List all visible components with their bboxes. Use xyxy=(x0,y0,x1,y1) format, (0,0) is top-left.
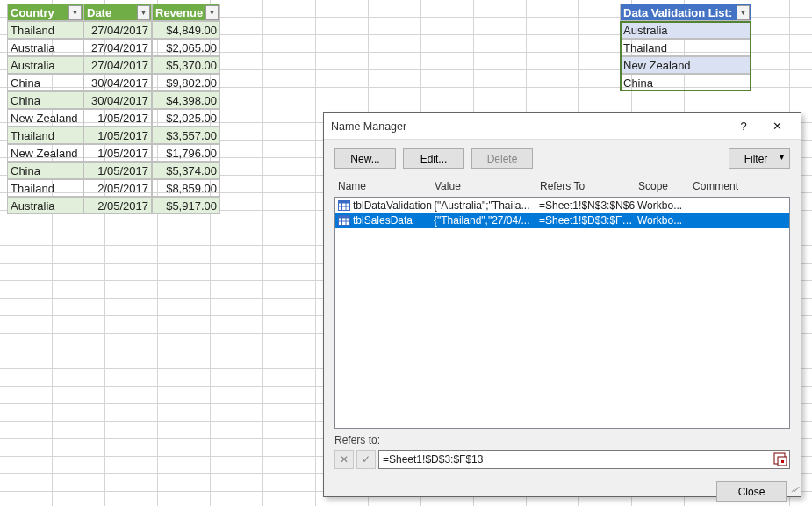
close-icon[interactable]: ✕ xyxy=(760,114,794,139)
table-cell[interactable]: China xyxy=(7,162,83,179)
table-cell[interactable]: $5,374.00 xyxy=(152,162,220,179)
table-cell[interactable]: China xyxy=(620,74,751,91)
table-cell[interactable]: Thailand xyxy=(7,179,83,197)
dialog-titlebar[interactable]: Name Manager ? ✕ xyxy=(324,113,801,140)
range-picker-icon[interactable] xyxy=(772,452,788,467)
sales-table[interactable]: Country▼ Date▼ Revenue▼ Thailand27/04/20… xyxy=(7,4,220,214)
table-cell[interactable]: $4,398.00 xyxy=(152,91,220,109)
table-cell[interactable]: $5,917.00 xyxy=(152,197,220,214)
table-cell[interactable]: Australia xyxy=(7,56,83,74)
dialog-toolbar: New... Edit... Delete Filter xyxy=(324,140,801,176)
table-cell[interactable]: 27/04/2017 xyxy=(83,39,152,56)
col-header-label: Data Validation List: xyxy=(623,6,732,19)
filter-drop-icon[interactable]: ▼ xyxy=(205,5,219,20)
name-list-row[interactable]: tblDataValidation{"Australia";"Thaila...… xyxy=(335,198,789,213)
table-icon xyxy=(337,214,351,227)
svg-rect-12 xyxy=(781,460,784,463)
validation-table[interactable]: Data Validation List:▼ AustraliaThailand… xyxy=(620,4,751,91)
table-cell[interactable]: Australia xyxy=(620,21,751,39)
table-cell[interactable]: 2/05/2017 xyxy=(83,179,152,197)
refers-to-value: =Sheet1!$D$3:$F$13 xyxy=(383,453,483,466)
col-header-country[interactable]: Country▼ xyxy=(7,4,83,21)
refers-to-input[interactable]: =Sheet1!$D$3:$F$13 xyxy=(378,450,790,469)
refers-accept-button: ✓ xyxy=(356,450,376,469)
table-cell[interactable]: 30/04/2017 xyxy=(83,91,152,109)
name-cell: tblSalesData xyxy=(353,214,434,227)
col-header-validation[interactable]: Data Validation List:▼ xyxy=(620,4,751,21)
table-cell[interactable]: Thailand xyxy=(7,21,83,39)
filter-button[interactable]: Filter xyxy=(729,148,790,169)
col-header-label: Revenue xyxy=(155,6,203,19)
filter-drop-icon[interactable]: ▼ xyxy=(737,5,750,20)
table-cell[interactable]: $8,859.00 xyxy=(152,179,220,197)
filter-drop-icon[interactable]: ▼ xyxy=(68,5,82,20)
table-cell[interactable]: Australia xyxy=(7,197,83,214)
table-cell[interactable]: 30/04/2017 xyxy=(83,74,152,91)
edit-button[interactable]: Edit... xyxy=(403,148,464,169)
col-header-revenue[interactable]: Revenue▼ xyxy=(152,4,220,21)
table-cell[interactable]: $2,025.00 xyxy=(152,109,220,126)
filter-drop-icon[interactable]: ▼ xyxy=(137,5,150,20)
table-cell[interactable]: 27/04/2017 xyxy=(83,56,152,74)
list-col-comment[interactable]: Comment xyxy=(689,177,790,195)
table-cell[interactable]: $4,849.00 xyxy=(152,21,220,39)
table-cell[interactable]: New Zealand xyxy=(7,109,83,126)
name-list-row[interactable]: tblSalesData{"Thailand","27/04/...=Sheet… xyxy=(335,213,789,228)
list-col-value[interactable]: Value xyxy=(431,177,536,195)
table-icon xyxy=(337,199,351,212)
col-header-label: Country xyxy=(11,6,54,19)
table-cell[interactable]: $9,802.00 xyxy=(152,74,220,91)
value-cell: {"Thailand","27/04/... xyxy=(434,214,539,227)
refers-cancel-button: ✕ xyxy=(334,450,354,469)
table-cell[interactable]: Thailand xyxy=(7,126,83,144)
resize-grip-icon[interactable] xyxy=(788,484,799,495)
table-cell[interactable]: $2,065.00 xyxy=(152,39,220,56)
table-cell[interactable]: Thailand xyxy=(620,39,751,56)
table-cell[interactable]: 1/05/2017 xyxy=(83,109,152,126)
table-cell[interactable]: New Zealand xyxy=(7,144,83,162)
table-cell[interactable]: 2/05/2017 xyxy=(83,197,152,214)
svg-rect-6 xyxy=(339,215,350,218)
table-cell[interactable]: $3,557.00 xyxy=(152,126,220,144)
scope-cell: Workbo... xyxy=(637,214,692,227)
refers-cell: =Sheet1!$N$3:$N$6 xyxy=(539,199,637,212)
table-cell[interactable]: China xyxy=(7,74,83,91)
new-button[interactable]: New... xyxy=(334,148,396,169)
value-cell: {"Australia";"Thaila... xyxy=(434,199,539,212)
list-col-scope[interactable]: Scope xyxy=(635,177,689,195)
refers-cell: =Sheet1!$D$3:$F$13 xyxy=(539,214,637,227)
table-cell[interactable]: 1/05/2017 xyxy=(83,162,152,179)
names-list[interactable]: tblDataValidation{"Australia";"Thaila...… xyxy=(334,197,790,429)
list-col-refers[interactable]: Refers To xyxy=(536,177,635,195)
scope-cell: Workbo... xyxy=(637,199,692,212)
table-cell[interactable]: 27/04/2017 xyxy=(83,21,152,39)
dialog-title: Name Manager xyxy=(331,120,727,133)
table-cell[interactable]: Australia xyxy=(7,39,83,56)
close-button[interactable]: Close xyxy=(716,481,787,502)
name-cell: tblDataValidation xyxy=(353,199,434,212)
table-cell[interactable]: China xyxy=(7,91,83,109)
list-header[interactable]: Name Value Refers To Scope Comment xyxy=(324,176,801,197)
refers-to-label: Refers to: xyxy=(324,429,801,448)
help-button[interactable]: ? xyxy=(727,114,760,139)
table-cell[interactable]: 1/05/2017 xyxy=(83,144,152,162)
name-manager-dialog: Name Manager ? ✕ New... Edit... Delete F… xyxy=(323,112,801,497)
table-cell[interactable]: $1,796.00 xyxy=(152,144,220,162)
table-cell[interactable]: $5,370.00 xyxy=(152,56,220,74)
col-header-label: Date xyxy=(87,6,111,19)
col-header-date[interactable]: Date▼ xyxy=(83,4,152,21)
delete-button: Delete xyxy=(471,148,533,169)
svg-rect-1 xyxy=(339,200,350,203)
list-col-name[interactable]: Name xyxy=(334,177,431,195)
table-cell[interactable]: New Zealand xyxy=(620,56,751,74)
table-cell[interactable]: 1/05/2017 xyxy=(83,126,152,144)
